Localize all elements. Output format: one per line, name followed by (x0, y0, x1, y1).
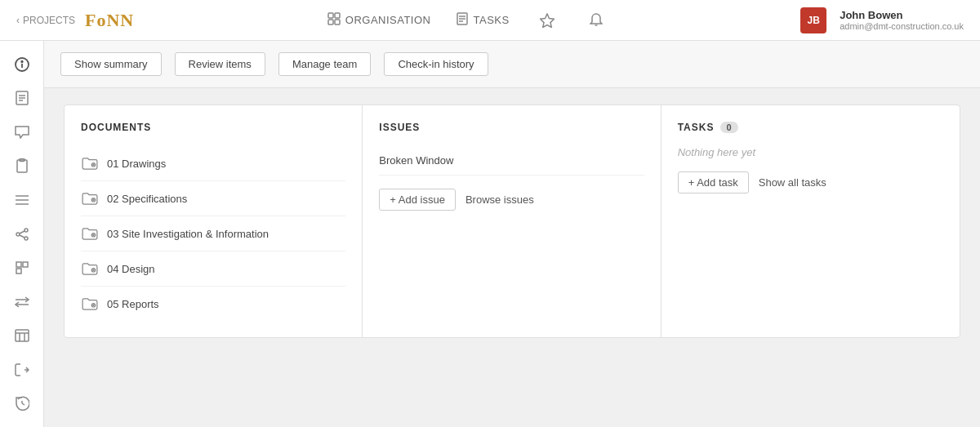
documents-list: 01 Drawings 02 Spec (81, 146, 345, 321)
nav-favourites[interactable] (536, 9, 559, 32)
app-logo: FoNN (85, 10, 134, 31)
svg-point-23 (24, 237, 28, 240)
sidebar-item-table[interactable] (6, 320, 38, 351)
sidebar-item-grid[interactable] (6, 252, 38, 283)
user-email: admin@dmt-construction.co.uk (840, 21, 964, 31)
svg-rect-27 (16, 262, 21, 267)
svg-rect-28 (23, 262, 28, 267)
sidebar-item-share[interactable] (6, 219, 38, 250)
issues-list: Broken Window (379, 146, 644, 176)
nav-notifications[interactable] (585, 9, 608, 32)
issues-title: ISSUES (379, 122, 644, 133)
sidebar-item-list[interactable] (6, 185, 38, 216)
folder-icon (81, 225, 99, 242)
user-avatar[interactable]: JB (800, 7, 826, 33)
list-item[interactable]: 04 Design (81, 251, 345, 287)
tasks-section: TASKS 0 Nothing here yet + Add task Show… (662, 105, 960, 337)
user-name: John Bowen (840, 9, 964, 21)
main-content: Show summary Review items Manage team Ch… (44, 41, 980, 427)
back-to-projects[interactable]: ‹ PROJECTS (16, 15, 75, 26)
tasks-empty-label: Nothing here yet (678, 146, 943, 158)
svg-rect-3 (335, 20, 340, 24)
issues-section: ISSUES Broken Window + Add issue Browse … (363, 105, 661, 337)
svg-line-25 (20, 231, 24, 234)
show-summary-button[interactable]: Show summary (60, 52, 162, 76)
svg-line-38 (22, 403, 24, 405)
app-layout: Show summary Review items Manage team Ch… (0, 41, 980, 427)
folder-icon (81, 295, 99, 313)
chevron-left-icon: ‹ (16, 15, 20, 26)
list-item[interactable]: 02 Specifications (81, 181, 345, 216)
tasks-badge: 0 (720, 122, 737, 133)
show-all-tasks-link[interactable]: Show all tasks (759, 176, 826, 189)
organisation-label: ORGANISATION (345, 14, 431, 26)
nav-organisation[interactable]: ORGANISATION (327, 12, 431, 28)
issues-actions: + Add issue Browse issues (379, 189, 644, 211)
svg-rect-0 (328, 13, 333, 18)
list-item[interactable]: 01 Drawings (81, 146, 345, 181)
svg-rect-32 (16, 330, 29, 341)
documents-section: DOCUMENTS (65, 105, 363, 337)
svg-point-24 (16, 233, 20, 236)
list-item[interactable]: 05 Reports (81, 287, 345, 321)
nav-tasks[interactable]: TASKS (457, 12, 509, 28)
tasks-label: TASKS (473, 14, 509, 26)
check-in-history-button[interactable]: Check-in history (384, 52, 488, 76)
manage-team-button[interactable]: Manage team (278, 52, 372, 76)
content-area: DOCUMENTS (44, 88, 980, 354)
organisation-icon (327, 12, 341, 28)
tasks-actions: + Add task Show all tasks (678, 171, 943, 193)
sidebar (0, 41, 44, 427)
folder-icon (81, 189, 99, 207)
sidebar-item-info[interactable] (6, 49, 38, 80)
svg-line-26 (20, 235, 24, 238)
svg-rect-1 (335, 13, 340, 18)
toolbar: Show summary Review items Manage team Ch… (44, 41, 980, 88)
back-label: PROJECTS (23, 15, 75, 26)
top-navigation: ‹ PROJECTS FoNN ORGANISATION TASKS (0, 0, 980, 41)
folder-icon (81, 260, 99, 278)
user-info: John Bowen admin@dmt-construction.co.uk (840, 9, 964, 31)
list-item[interactable]: Broken Window (379, 146, 644, 176)
sidebar-item-document[interactable] (6, 83, 38, 114)
review-items-button[interactable]: Review items (175, 52, 265, 76)
user-section: JB John Bowen admin@dmt-construction.co.… (800, 7, 964, 33)
add-task-button[interactable]: + Add task (678, 171, 749, 193)
add-issue-button[interactable]: + Add issue (379, 189, 456, 211)
sidebar-item-login[interactable] (6, 354, 38, 385)
svg-rect-2 (328, 20, 333, 24)
tasks-icon (457, 12, 468, 28)
folder-icon (81, 154, 99, 172)
documents-title: DOCUMENTS (81, 122, 345, 133)
svg-rect-29 (16, 269, 21, 274)
list-item[interactable]: 03 Site Investigation & Information (81, 216, 345, 251)
sidebar-item-history[interactable] (6, 388, 38, 419)
sidebar-item-comments[interactable] (6, 117, 38, 148)
svg-marker-8 (540, 14, 554, 28)
tasks-title: TASKS 0 (678, 122, 943, 133)
browse-issues-link[interactable]: Browse issues (466, 193, 534, 206)
svg-point-22 (24, 229, 28, 232)
sections-grid: DOCUMENTS (64, 105, 960, 338)
sidebar-item-transfer[interactable] (6, 287, 38, 318)
sidebar-item-clipboard[interactable] (6, 151, 38, 182)
nav-center: ORGANISATION TASKS (134, 9, 800, 32)
svg-point-12 (21, 60, 23, 62)
